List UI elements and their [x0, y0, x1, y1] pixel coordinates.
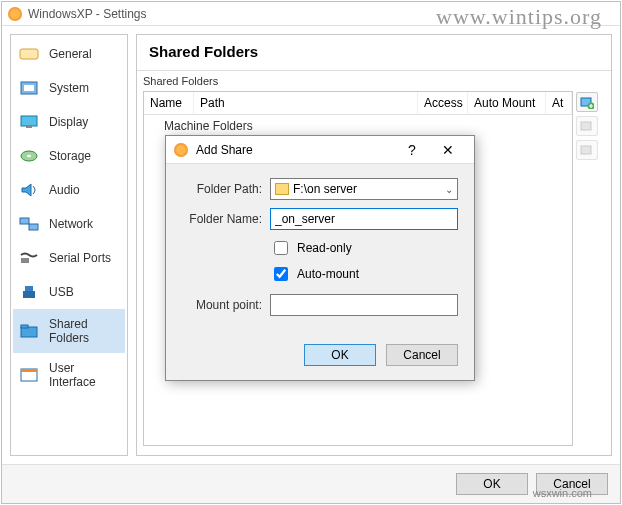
dialog-body: Folder Path: F:\on server ⌄ Folder Name:…	[166, 164, 474, 334]
remove-share-button	[576, 140, 598, 160]
col-name[interactable]: Name	[144, 92, 194, 114]
network-icon	[19, 215, 39, 233]
group-label: Shared Folders	[137, 71, 611, 87]
sidebar-item-audio[interactable]: Audio	[13, 173, 125, 207]
sidebar-item-label: Storage	[49, 149, 91, 163]
mount-point-input[interactable]	[270, 294, 458, 316]
serial-ports-icon	[19, 249, 39, 267]
sidebar-item-label: Serial Ports	[49, 251, 111, 265]
sidebar-item-label: System	[49, 81, 89, 95]
side-toolbar	[576, 92, 600, 160]
machine-folders-row[interactable]: Machine Folders	[144, 115, 572, 137]
sidebar-item-shared-folders[interactable]: Shared Folders	[13, 309, 125, 353]
mount-point-label: Mount point:	[182, 298, 262, 312]
svg-rect-3	[21, 116, 37, 126]
folder-name-input[interactable]	[270, 208, 458, 230]
display-icon	[19, 113, 39, 131]
automount-label: Auto-mount	[297, 267, 359, 281]
col-path[interactable]: Path	[194, 92, 418, 114]
svg-rect-9	[29, 224, 38, 230]
dialog-cancel-button[interactable]: Cancel	[386, 344, 458, 366]
sidebar-item-general[interactable]: General	[13, 37, 125, 71]
dialog-titlebar: Add Share ? ✕	[166, 136, 474, 164]
add-share-dialog: Add Share ? ✕ Folder Path: F:\on server …	[165, 135, 475, 381]
col-at[interactable]: At	[546, 92, 572, 114]
sidebar-item-system[interactable]: System	[13, 71, 125, 105]
sidebar-item-network[interactable]: Network	[13, 207, 125, 241]
chevron-down-icon: ⌄	[445, 184, 453, 195]
automount-checkbox[interactable]	[274, 267, 288, 281]
user-interface-icon	[19, 366, 39, 384]
folder-icon	[275, 183, 289, 195]
sidebar-item-display[interactable]: Display	[13, 105, 125, 139]
table-header: Name Path Access Auto Mount At	[144, 92, 572, 115]
watermark-secondary: wsxwin.com	[533, 487, 592, 499]
app-icon	[8, 7, 22, 21]
sidebar-item-label: Shared Folders	[49, 317, 119, 345]
svg-marker-7	[22, 184, 31, 196]
shared-folders-icon	[19, 322, 39, 340]
col-auto-mount[interactable]: Auto Mount	[468, 92, 546, 114]
svg-rect-11	[25, 286, 33, 291]
sidebar-item-serial-ports[interactable]: Serial Ports	[13, 241, 125, 275]
general-icon	[19, 45, 39, 63]
edit-share-button	[576, 116, 598, 136]
ok-button[interactable]: OK	[456, 473, 528, 495]
readonly-label: Read-only	[297, 241, 352, 255]
sidebar-item-label: Audio	[49, 183, 80, 197]
sidebar-item-usb[interactable]: USB	[13, 275, 125, 309]
svg-rect-4	[26, 126, 32, 128]
add-share-button[interactable]	[576, 92, 598, 112]
svg-rect-2	[24, 85, 34, 91]
dialog-ok-button[interactable]: OK	[304, 344, 376, 366]
sidebar-item-label: Network	[49, 217, 93, 231]
sidebar-item-user-interface[interactable]: User Interface	[13, 353, 125, 397]
svg-rect-14	[21, 325, 28, 328]
svg-rect-19	[581, 122, 591, 130]
window-footer: OK Cancel	[2, 464, 620, 503]
storage-icon	[19, 147, 39, 165]
sidebar-item-label: User Interface	[49, 361, 119, 389]
help-button[interactable]: ?	[394, 136, 430, 164]
system-icon	[19, 79, 39, 97]
sidebar-item-label: General	[49, 47, 92, 61]
audio-icon	[19, 181, 39, 199]
folder-path-label: Folder Path:	[182, 182, 262, 196]
dialog-title: Add Share	[196, 143, 253, 157]
page-title: Shared Folders	[137, 35, 611, 71]
close-button[interactable]: ✕	[430, 136, 466, 164]
folder-name-label: Folder Name:	[182, 212, 262, 226]
svg-rect-8	[20, 218, 29, 224]
svg-rect-10	[21, 258, 29, 263]
svg-rect-16	[21, 369, 37, 372]
svg-point-6	[27, 155, 31, 157]
folder-path-value: F:\on server	[293, 182, 357, 196]
usb-icon	[19, 283, 39, 301]
svg-rect-0	[20, 49, 38, 59]
dialog-footer: OK Cancel	[166, 334, 474, 380]
svg-rect-20	[581, 146, 591, 154]
folder-path-select[interactable]: F:\on server ⌄	[270, 178, 458, 200]
col-access[interactable]: Access	[418, 92, 468, 114]
readonly-checkbox[interactable]	[274, 241, 288, 255]
svg-rect-12	[23, 291, 35, 298]
sidebar: General System Display Storage Audio Net…	[10, 34, 128, 456]
window-title: WindowsXP - Settings	[28, 7, 147, 21]
sidebar-item-storage[interactable]: Storage	[13, 139, 125, 173]
sidebar-item-label: USB	[49, 285, 74, 299]
dialog-app-icon	[174, 143, 188, 157]
watermark: www.wintips.org	[436, 4, 602, 30]
sidebar-item-label: Display	[49, 115, 88, 129]
